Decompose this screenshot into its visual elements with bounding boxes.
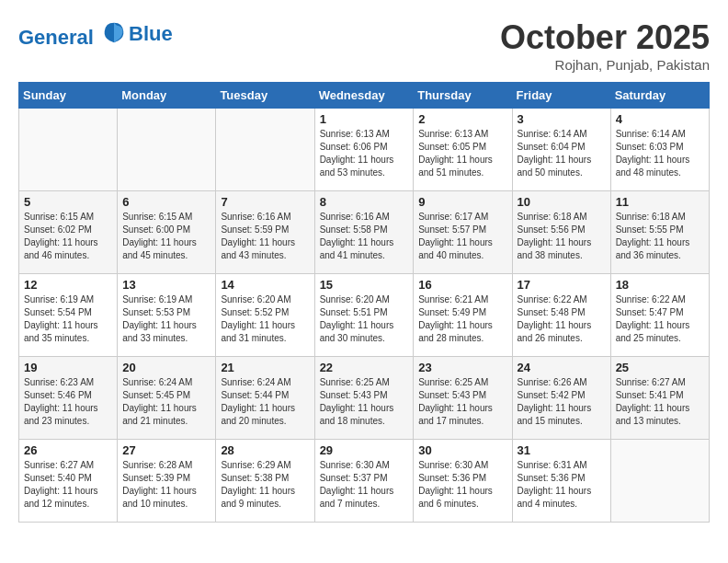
day-info: Sunrise: 6:24 AM Sunset: 5:45 PM Dayligh… xyxy=(122,376,210,428)
day-info: Sunrise: 6:18 AM Sunset: 5:56 PM Dayligh… xyxy=(518,211,606,262)
weekday-header-thursday: Thursday xyxy=(414,83,512,109)
day-info: Sunrise: 6:13 AM Sunset: 6:06 PM Dayligh… xyxy=(320,128,409,179)
location: Rojhan, Punjab, Pakistan xyxy=(500,57,710,73)
day-info: Sunrise: 6:16 AM Sunset: 5:58 PM Dayligh… xyxy=(320,211,409,262)
weekday-header-wednesday: Wednesday xyxy=(314,83,414,109)
day-number: 25 xyxy=(616,361,704,374)
calendar-cell: 19Sunrise: 6:23 AM Sunset: 5:46 PM Dayli… xyxy=(19,357,118,440)
calendar-cell: 16Sunrise: 6:21 AM Sunset: 5:49 PM Dayli… xyxy=(414,274,512,357)
calendar-cell: 12Sunrise: 6:19 AM Sunset: 5:54 PM Dayli… xyxy=(19,274,118,357)
calendar-cell: 20Sunrise: 6:24 AM Sunset: 5:45 PM Dayli… xyxy=(118,357,216,440)
day-info: Sunrise: 6:25 AM Sunset: 5:43 PM Dayligh… xyxy=(418,376,506,428)
day-info: Sunrise: 6:14 AM Sunset: 6:04 PM Dayligh… xyxy=(518,128,606,179)
calendar-cell xyxy=(610,440,709,523)
day-number: 22 xyxy=(320,361,409,374)
day-number: 1 xyxy=(320,112,409,126)
day-info: Sunrise: 6:23 AM Sunset: 5:46 PM Dayligh… xyxy=(24,376,112,428)
calendar-cell: 25Sunrise: 6:27 AM Sunset: 5:41 PM Dayli… xyxy=(610,357,709,440)
day-info: Sunrise: 6:14 AM Sunset: 6:03 PM Dayligh… xyxy=(616,128,704,179)
day-info: Sunrise: 6:31 AM Sunset: 5:36 PM Dayligh… xyxy=(518,459,606,511)
calendar-cell: 5Sunrise: 6:15 AM Sunset: 6:02 PM Daylig… xyxy=(19,191,118,274)
day-number: 11 xyxy=(616,195,704,209)
day-number: 14 xyxy=(221,278,309,292)
day-number: 18 xyxy=(616,278,704,292)
calendar-cell: 29Sunrise: 6:30 AM Sunset: 5:37 PM Dayli… xyxy=(314,440,414,523)
day-number: 16 xyxy=(418,278,506,292)
day-info: Sunrise: 6:15 AM Sunset: 6:02 PM Dayligh… xyxy=(24,211,112,262)
day-number: 21 xyxy=(221,361,309,374)
calendar-cell: 2Sunrise: 6:13 AM Sunset: 6:05 PM Daylig… xyxy=(414,109,512,191)
day-number: 29 xyxy=(320,443,409,457)
calendar-cell: 24Sunrise: 6:26 AM Sunset: 5:42 PM Dayli… xyxy=(512,357,610,440)
day-info: Sunrise: 6:16 AM Sunset: 5:59 PM Dayligh… xyxy=(221,211,309,262)
day-number: 12 xyxy=(24,278,112,292)
calendar-cell: 6Sunrise: 6:15 AM Sunset: 6:00 PM Daylig… xyxy=(118,191,216,274)
day-info: Sunrise: 6:17 AM Sunset: 5:57 PM Dayligh… xyxy=(418,211,506,262)
day-number: 15 xyxy=(320,278,409,292)
calendar-cell: 14Sunrise: 6:20 AM Sunset: 5:52 PM Dayli… xyxy=(216,274,314,357)
calendar-cell: 1Sunrise: 6:13 AM Sunset: 6:06 PM Daylig… xyxy=(314,109,414,191)
day-info: Sunrise: 6:28 AM Sunset: 5:39 PM Dayligh… xyxy=(122,459,210,511)
day-info: Sunrise: 6:22 AM Sunset: 5:48 PM Dayligh… xyxy=(518,293,606,345)
day-info: Sunrise: 6:20 AM Sunset: 5:52 PM Dayligh… xyxy=(221,293,309,345)
day-info: Sunrise: 6:29 AM Sunset: 5:38 PM Dayligh… xyxy=(221,459,309,511)
weekday-header-tuesday: Tuesday xyxy=(216,83,314,109)
calendar-cell: 21Sunrise: 6:24 AM Sunset: 5:44 PM Dayli… xyxy=(216,357,314,440)
calendar-table: SundayMondayTuesdayWednesdayThursdayFrid… xyxy=(18,82,710,523)
weekday-header-row: SundayMondayTuesdayWednesdayThursdayFrid… xyxy=(19,83,710,109)
day-info: Sunrise: 6:18 AM Sunset: 5:55 PM Dayligh… xyxy=(616,211,704,262)
day-info: Sunrise: 6:19 AM Sunset: 5:53 PM Dayligh… xyxy=(122,293,210,345)
day-info: Sunrise: 6:25 AM Sunset: 5:43 PM Dayligh… xyxy=(320,376,409,428)
day-number: 31 xyxy=(518,443,606,457)
day-number: 24 xyxy=(518,361,606,374)
day-info: Sunrise: 6:15 AM Sunset: 6:00 PM Dayligh… xyxy=(122,211,210,262)
day-info: Sunrise: 6:27 AM Sunset: 5:41 PM Dayligh… xyxy=(616,376,704,428)
calendar-cell: 11Sunrise: 6:18 AM Sunset: 5:55 PM Dayli… xyxy=(610,191,709,274)
calendar-cell: 27Sunrise: 6:28 AM Sunset: 5:39 PM Dayli… xyxy=(118,440,216,523)
calendar-week-2: 5Sunrise: 6:15 AM Sunset: 6:02 PM Daylig… xyxy=(19,191,710,274)
calendar-cell: 17Sunrise: 6:22 AM Sunset: 5:48 PM Dayli… xyxy=(512,274,610,357)
day-number: 4 xyxy=(616,112,704,126)
day-number: 20 xyxy=(122,361,210,374)
day-info: Sunrise: 6:21 AM Sunset: 5:49 PM Dayligh… xyxy=(418,293,506,345)
calendar-week-3: 12Sunrise: 6:19 AM Sunset: 5:54 PM Dayli… xyxy=(19,274,710,357)
calendar-cell: 23Sunrise: 6:25 AM Sunset: 5:43 PM Dayli… xyxy=(414,357,512,440)
logo-text: General xyxy=(18,18,127,49)
day-number: 9 xyxy=(418,195,506,209)
calendar-cell: 9Sunrise: 6:17 AM Sunset: 5:57 PM Daylig… xyxy=(414,191,512,274)
weekday-header-friday: Friday xyxy=(512,83,610,109)
calendar-cell: 10Sunrise: 6:18 AM Sunset: 5:56 PM Dayli… xyxy=(512,191,610,274)
calendar-cell: 3Sunrise: 6:14 AM Sunset: 6:04 PM Daylig… xyxy=(512,109,610,191)
calendar-week-1: 1Sunrise: 6:13 AM Sunset: 6:06 PM Daylig… xyxy=(19,109,710,191)
day-number: 13 xyxy=(122,278,210,292)
day-number: 7 xyxy=(221,195,309,209)
day-number: 26 xyxy=(24,443,112,457)
calendar-cell xyxy=(118,109,216,191)
calendar-cell: 31Sunrise: 6:31 AM Sunset: 5:36 PM Dayli… xyxy=(512,440,610,523)
day-number: 5 xyxy=(24,195,112,209)
calendar-cell: 4Sunrise: 6:14 AM Sunset: 6:03 PM Daylig… xyxy=(610,109,709,191)
day-info: Sunrise: 6:22 AM Sunset: 5:47 PM Dayligh… xyxy=(616,293,704,345)
calendar-cell xyxy=(19,109,118,191)
calendar-cell: 8Sunrise: 6:16 AM Sunset: 5:58 PM Daylig… xyxy=(314,191,414,274)
calendar-cell xyxy=(216,109,314,191)
day-number: 30 xyxy=(418,443,506,457)
calendar-week-5: 26Sunrise: 6:27 AM Sunset: 5:40 PM Dayli… xyxy=(19,440,710,523)
calendar-cell: 13Sunrise: 6:19 AM Sunset: 5:53 PM Dayli… xyxy=(118,274,216,357)
calendar-cell: 7Sunrise: 6:16 AM Sunset: 5:59 PM Daylig… xyxy=(216,191,314,274)
day-info: Sunrise: 6:19 AM Sunset: 5:54 PM Dayligh… xyxy=(24,293,112,345)
day-number: 23 xyxy=(418,361,506,374)
day-info: Sunrise: 6:30 AM Sunset: 5:37 PM Dayligh… xyxy=(320,459,409,511)
calendar-cell: 26Sunrise: 6:27 AM Sunset: 5:40 PM Dayli… xyxy=(19,440,118,523)
logo-icon xyxy=(101,18,127,44)
day-number: 27 xyxy=(122,443,210,457)
month-title: October 2025 xyxy=(500,18,710,57)
weekday-header-sunday: Sunday xyxy=(19,83,118,109)
calendar-cell: 28Sunrise: 6:29 AM Sunset: 5:38 PM Dayli… xyxy=(216,440,314,523)
weekday-header-saturday: Saturday xyxy=(610,83,709,109)
day-number: 6 xyxy=(122,195,210,209)
calendar-cell: 15Sunrise: 6:20 AM Sunset: 5:51 PM Dayli… xyxy=(314,274,414,357)
day-number: 17 xyxy=(518,278,606,292)
calendar-cell: 30Sunrise: 6:30 AM Sunset: 5:36 PM Dayli… xyxy=(414,440,512,523)
calendar-cell: 18Sunrise: 6:22 AM Sunset: 5:47 PM Dayli… xyxy=(610,274,709,357)
